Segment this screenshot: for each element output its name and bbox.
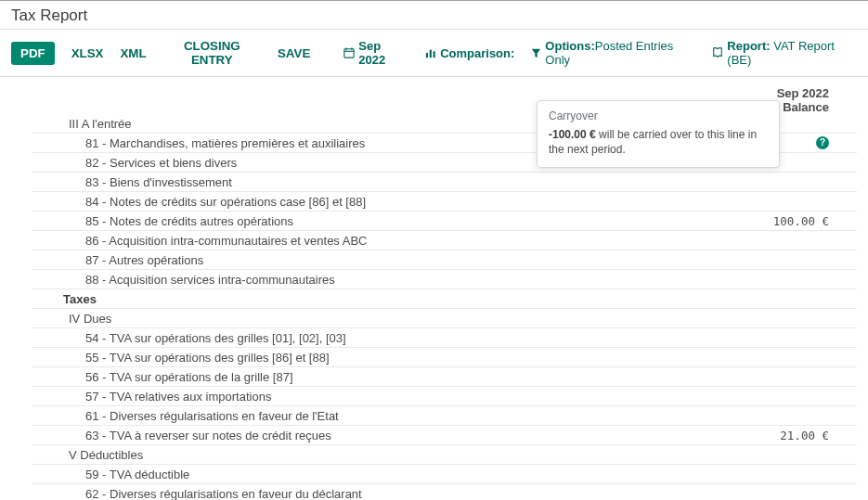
export-pdf-button[interactable]: PDF [11, 42, 55, 65]
svg-rect-3 [352, 47, 353, 50]
calendar-icon [343, 47, 355, 58]
save-button[interactable]: SAVE [278, 43, 310, 64]
row-value: 100.00 € [773, 214, 857, 228]
export-xlsx-button[interactable]: XLSX [71, 43, 104, 64]
svg-rect-4 [426, 53, 428, 58]
row-label: 59 - TVA déductible [32, 468, 829, 481]
carryover-body: -100.00 € will be carried over to this l… [549, 127, 768, 157]
carryover-title: Carryover [549, 109, 768, 123]
bar-chart-icon [425, 47, 436, 58]
row-label: 56 - TVA sur opérations de la grille [87… [32, 370, 829, 384]
options-label: Options:Posted Entries Only [545, 39, 695, 67]
report-row[interactable]: 54 - TVA sur opérations des grilles [01]… [32, 328, 857, 348]
report-label: Report: VAT Report (BE) [727, 39, 857, 67]
report-row[interactable]: 61 - Diverses régularisations en faveur … [32, 406, 857, 426]
toolbar: PDF XLSX XML CLOSING ENTRY SAVE Sep 2022… [0, 30, 868, 77]
report-row[interactable]: Taxes [32, 289, 857, 309]
help-icon[interactable]: ? [816, 136, 829, 149]
page-title: Tax Report [11, 6, 857, 29]
row-label: 88 - Acquisition services intra-communau… [32, 273, 829, 287]
report-row[interactable]: 55 - TVA sur opérations des grilles [86]… [32, 348, 857, 367]
report-row[interactable]: 86 - Acquisition intra-communautaires et… [32, 231, 857, 250]
row-label: IV Dues [32, 312, 829, 326]
row-label: 54 - TVA sur opérations des grilles [01]… [32, 331, 829, 345]
options-filter[interactable]: Options:Posted Entries Only [531, 39, 695, 67]
report-selector[interactable]: Report: VAT Report (BE) [712, 39, 857, 67]
row-label: 84 - Notes de crédits sur opérations cas… [32, 195, 829, 209]
filter-icon [531, 48, 541, 58]
report-row[interactable]: IV Dues [32, 309, 857, 328]
report-row[interactable]: 83 - Biens d'investissement [32, 173, 857, 192]
svg-rect-5 [430, 50, 432, 58]
report-row[interactable]: 84 - Notes de crédits sur opérations cas… [32, 192, 857, 212]
row-label: 86 - Acquisition intra-communautaires et… [32, 234, 829, 248]
period-value: Sep 2022 [358, 39, 408, 67]
row-label: 63 - TVA à reverser sur notes de crédit … [32, 429, 780, 442]
comparison-filter[interactable]: Comparison: [425, 46, 514, 60]
svg-rect-6 [434, 51, 435, 58]
row-value: 21.00 € [780, 429, 857, 442]
row-label: 55 - TVA sur opérations des grilles [86]… [32, 351, 829, 365]
svg-rect-0 [344, 49, 354, 58]
row-label: Taxes [32, 292, 829, 306]
report-row[interactable]: V Déductibles [32, 445, 857, 465]
row-label: 85 - Notes de crédits autres opérations [32, 214, 773, 228]
report-row[interactable]: 63 - TVA à reverser sur notes de crédit … [32, 426, 857, 445]
report-row[interactable]: 85 - Notes de crédits autres opérations1… [32, 212, 857, 231]
report-row[interactable]: 59 - TVA déductible [32, 465, 857, 484]
carryover-tooltip: Carryover -100.00 € will be carried over… [537, 100, 780, 168]
row-label: V Déductibles [32, 448, 829, 462]
report-row[interactable]: 62 - Diverses régularisations en faveur … [32, 484, 857, 500]
row-label: 87 - Autres opérations [32, 253, 829, 267]
row-label: 62 - Diverses régularisations en faveur … [32, 487, 829, 501]
report-row[interactable]: 57 - TVA relatives aux importations [32, 387, 857, 406]
row-label: 61 - Diverses régularisations en faveur … [32, 409, 829, 423]
report-row[interactable]: 87 - Autres opérations [32, 250, 857, 270]
report-row[interactable]: 56 - TVA sur opérations de la grille [87… [32, 367, 857, 387]
book-icon [712, 47, 723, 58]
period-filter[interactable]: Sep 2022 [343, 39, 408, 67]
export-xml-button[interactable]: XML [120, 43, 146, 64]
report-row[interactable]: 88 - Acquisition services intra-communau… [32, 270, 857, 289]
svg-rect-2 [346, 47, 347, 50]
comparison-label: Comparison: [440, 46, 514, 60]
row-label: 83 - Biens d'investissement [32, 175, 829, 189]
row-label: 57 - TVA relatives aux importations [32, 390, 829, 404]
closing-entry-button[interactable]: CLOSING ENTRY [163, 35, 261, 71]
